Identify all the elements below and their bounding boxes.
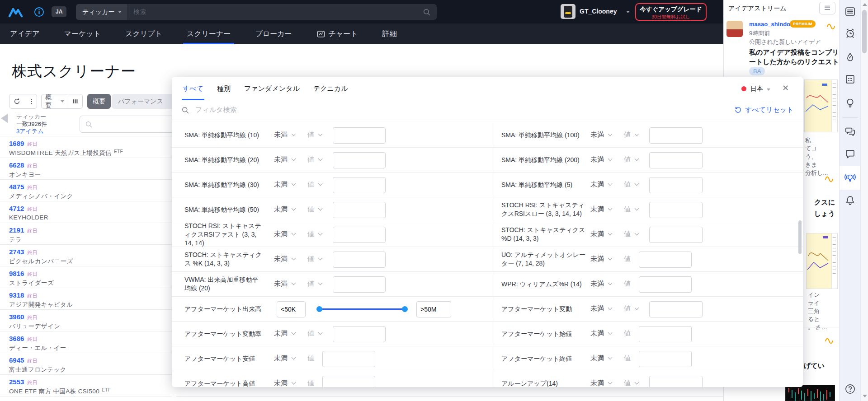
chat-icon[interactable]: [844, 148, 856, 160]
filter-value-input[interactable]: [649, 127, 703, 144]
ticker-code-link[interactable]: 4712: [9, 205, 24, 212]
filter-tab-すべて[interactable]: すべて: [183, 77, 203, 100]
scrollbar-thumb[interactable]: [862, 10, 867, 53]
value-field-dropdown[interactable]: 値: [624, 131, 638, 139]
value-field-dropdown[interactable]: 値: [624, 379, 638, 387]
filter-value-input[interactable]: [322, 376, 375, 387]
value-field-dropdown[interactable]: 値: [307, 280, 322, 288]
filter-tab-種別[interactable]: 種別: [217, 77, 231, 100]
value-field-dropdown[interactable]: 値: [624, 354, 631, 363]
value-field-dropdown[interactable]: 値: [307, 354, 314, 363]
filter-value-input[interactable]: [333, 252, 386, 268]
filter-value-input[interactable]: [649, 177, 703, 193]
ticker-row[interactable]: 6628終日オンキヨー: [0, 158, 172, 180]
value-field-dropdown[interactable]: 値: [624, 280, 631, 288]
value-field-dropdown[interactable]: 値: [624, 180, 638, 189]
alarm-icon[interactable]: [844, 27, 856, 39]
ticker-code-link[interactable]: 2743: [9, 248, 24, 256]
filter-value-input[interactable]: [333, 326, 386, 342]
idea-stream-icon[interactable]: [844, 172, 856, 184]
ticker-row[interactable]: 3960終日バリューデザイン: [0, 310, 172, 331]
ticker-code-link[interactable]: 2191: [9, 226, 24, 234]
nav-item-スクリプト[interactable]: スクリプト: [123, 23, 164, 44]
more-options-button[interactable]: [24, 94, 39, 108]
ticker-row[interactable]: 6945終日富士通フロンテック: [0, 353, 172, 375]
filter-value-input[interactable]: [322, 351, 375, 367]
ticker-row[interactable]: 4875終日メディシノバ・インク: [0, 180, 172, 201]
search-input[interactable]: 検索: [133, 8, 422, 16]
refresh-button[interactable]: [9, 94, 24, 108]
operator-dropdown[interactable]: 未満: [274, 155, 295, 164]
value-field-dropdown[interactable]: 値: [307, 230, 322, 238]
ticker-row[interactable]: 2743終日ピクセルカンパニーズ: [0, 245, 172, 266]
value-field-dropdown[interactable]: 値: [624, 255, 631, 263]
user-menu-chevron-icon[interactable]: [626, 11, 630, 13]
operator-dropdown[interactable]: 未満: [274, 379, 295, 387]
value-field-dropdown[interactable]: 値: [307, 329, 322, 338]
ticker-code-link[interactable]: 6945: [9, 356, 24, 364]
value-field-dropdown[interactable]: 値: [624, 304, 638, 313]
range-slider[interactable]: [317, 308, 407, 310]
value-field-dropdown[interactable]: 値: [307, 205, 322, 214]
operator-dropdown[interactable]: 未満: [274, 180, 295, 189]
ticker-row[interactable]: 3686終日ディー・エル・イー: [0, 331, 172, 353]
ticker-row[interactable]: 4712終日KEYHOLDER: [0, 201, 172, 223]
filter-value-input[interactable]: [639, 326, 692, 342]
ticker-code-link[interactable]: 9816: [9, 270, 24, 277]
modal-scrollbar-thumb[interactable]: [798, 220, 802, 254]
operator-dropdown[interactable]: 未満: [590, 280, 612, 288]
nav-item-アイデア[interactable]: アイデア: [8, 23, 42, 44]
username-label[interactable]: GT_Clooney: [580, 8, 617, 15]
ticker-code-link[interactable]: 3960: [9, 313, 24, 321]
ticker-row[interactable]: 9318終日アジア開発キャピタル: [0, 288, 172, 310]
filter-value-input[interactable]: [333, 152, 386, 168]
operator-dropdown[interactable]: 未満: [274, 354, 295, 363]
view-dropdown[interactable]: 概要: [42, 94, 68, 108]
value-field-dropdown[interactable]: 値: [307, 379, 314, 387]
post-tag-badge[interactable]: BA: [749, 67, 765, 75]
ticker-row[interactable]: 1689終日WISDOMTREE 天然ガス上場投資信ETF: [0, 136, 172, 158]
operator-dropdown[interactable]: 未満: [590, 354, 612, 363]
post-title[interactable]: 私のアイデア投稿をコンプリートした方からのリクエスト: [749, 47, 840, 66]
filter-value-input[interactable]: [649, 227, 703, 243]
nav-item-マーケット[interactable]: マーケット: [62, 23, 103, 44]
slider-min-input[interactable]: [277, 301, 306, 317]
filter-value-input[interactable]: [333, 177, 386, 193]
selected-items-link[interactable]: 3アイテム: [16, 127, 43, 135]
operator-dropdown[interactable]: 未満: [590, 180, 612, 189]
lightbulb-icon[interactable]: [844, 97, 856, 109]
tab-performance-button[interactable]: パフォーマンス: [112, 94, 170, 109]
slider-handle-left[interactable]: [316, 306, 322, 312]
upgrade-button[interactable]: 今すぐアップグレード 30日間無料お試し: [635, 3, 707, 21]
value-field-dropdown[interactable]: 値: [624, 155, 638, 164]
operator-dropdown[interactable]: 未満: [274, 255, 295, 263]
nav-item-ブローカー[interactable]: ブローカー: [253, 23, 293, 44]
ticker-row[interactable]: 2938終日: [0, 396, 172, 401]
ticker-row[interactable]: 2553終日ONE ETF 南方 中国A株 CSI500ETF: [0, 375, 172, 396]
value-field-dropdown[interactable]: 値: [624, 329, 631, 338]
calendar-icon[interactable]: [844, 73, 856, 85]
bell-icon[interactable]: [844, 194, 856, 206]
value-field-dropdown[interactable]: 値: [307, 180, 322, 189]
operator-dropdown[interactable]: 未満: [590, 205, 612, 214]
operator-dropdown[interactable]: 未満: [590, 255, 612, 263]
filter-value-input[interactable]: [649, 376, 703, 387]
slider-handle-right[interactable]: [402, 306, 408, 312]
idea-chart-thumbnail-dark[interactable]: [785, 385, 835, 401]
ticker-row[interactable]: 2191終日テラ: [0, 223, 172, 245]
ticker-code-link[interactable]: 1689: [9, 140, 24, 147]
chats-icon[interactable]: [844, 126, 856, 138]
filter-value-input[interactable]: [639, 276, 692, 293]
ticker-code-link[interactable]: 2553: [9, 378, 24, 386]
ticker-code-link[interactable]: 6628: [9, 161, 24, 169]
filter-value-input[interactable]: [639, 351, 692, 367]
operator-dropdown[interactable]: 未満: [590, 131, 612, 139]
market-dropdown[interactable]: 日本: [750, 85, 770, 93]
tab-overview-button[interactable]: 概要: [87, 94, 111, 109]
scroll-up-arrow[interactable]: [863, 3, 867, 6]
nav-item-チャート[interactable]: チャート: [315, 23, 360, 44]
filter-value-input[interactable]: [333, 227, 386, 243]
value-field-dropdown[interactable]: 値: [624, 230, 638, 238]
filter-value-input[interactable]: [333, 202, 386, 218]
slider-max-input[interactable]: [416, 301, 451, 317]
